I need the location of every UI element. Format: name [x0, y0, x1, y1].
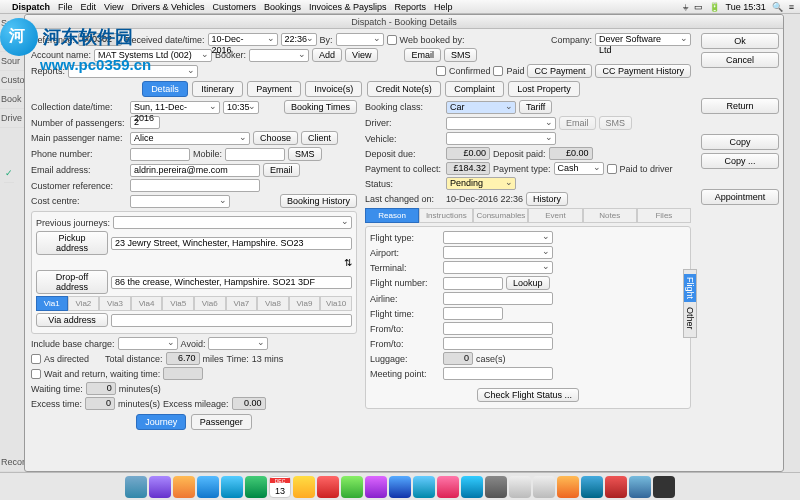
sidetab-other[interactable]: Other	[684, 304, 696, 333]
via-input[interactable]	[111, 314, 352, 327]
notification-icon[interactable]: ≡	[789, 2, 794, 12]
meeting-input[interactable]	[443, 367, 553, 380]
dropoff-button[interactable]: Drop-off address	[36, 270, 108, 294]
status-select[interactable]: Pending	[446, 177, 516, 190]
dock-music-icon[interactable]	[437, 476, 459, 498]
dock-maps-icon[interactable]	[341, 476, 363, 498]
email-input[interactable]: aldrin.pereira@me.com	[130, 164, 260, 177]
dock-terminal-icon[interactable]	[557, 476, 579, 498]
dock-generic2-icon[interactable]	[605, 476, 627, 498]
received-date[interactable]: 10-Dec-2016	[208, 33, 278, 46]
booking-class-select[interactable]: Car	[446, 101, 516, 114]
menu-file[interactable]: File	[58, 2, 73, 12]
as-directed-check[interactable]	[31, 354, 41, 364]
excess-time-value[interactable]: 0	[85, 397, 115, 410]
flight-type-select[interactable]	[443, 231, 553, 244]
mobile-input[interactable]	[225, 148, 285, 161]
view-button[interactable]: View	[345, 48, 378, 62]
tab-complaint[interactable]: Complaint	[445, 81, 504, 97]
wifi-icon[interactable]: ⏚	[683, 2, 688, 12]
subtab-event[interactable]: Event	[528, 208, 582, 223]
via2-tab[interactable]: Via2	[68, 296, 100, 311]
tab-payment[interactable]: Payment	[247, 81, 301, 97]
received-time[interactable]: 22:36	[281, 33, 317, 46]
dock-contacts-icon[interactable]	[245, 476, 267, 498]
paytype-select[interactable]: Cash	[554, 162, 604, 175]
custref-input[interactable]	[130, 179, 260, 192]
tab-lost[interactable]: Lost Property	[508, 81, 580, 97]
airplay-icon[interactable]: ▭	[694, 2, 703, 12]
excess-mile-value[interactable]: 0.00	[232, 397, 266, 410]
collection-date[interactable]: Sun, 11-Dec-2016	[130, 101, 220, 114]
swap-icon[interactable]: ⇅	[344, 257, 352, 268]
dock-notes-icon[interactable]	[293, 476, 315, 498]
copyx-button[interactable]: Copy ...	[701, 153, 779, 169]
phone-input[interactable]	[130, 148, 190, 161]
dock-siri-icon[interactable]	[149, 476, 171, 498]
via9-tab[interactable]: Via9	[289, 296, 321, 311]
subtab-files[interactable]: Files	[637, 208, 691, 223]
base-charge-select[interactable]	[118, 337, 178, 350]
collection-time[interactable]: 10:35	[223, 101, 259, 114]
check-flight-button[interactable]: Check Flight Status ...	[477, 388, 579, 402]
dock-generic3-icon[interactable]	[629, 476, 651, 498]
dock-photos-icon[interactable]	[365, 476, 387, 498]
subtab-reason[interactable]: Reason	[365, 208, 419, 223]
main-passenger-input[interactable]: Alice	[130, 132, 250, 145]
cancel-button[interactable]: Cancel	[701, 52, 779, 68]
subtab-consumables[interactable]: Consumables	[473, 208, 528, 223]
dock-mail-icon[interactable]	[221, 476, 243, 498]
pickup-input[interactable]: 23 Jewry Street, Winchester, Hampshire. …	[111, 237, 352, 250]
dock-reminders-icon[interactable]	[317, 476, 339, 498]
waiting-value[interactable]: 0	[86, 382, 116, 395]
menu-customers[interactable]: Customers	[212, 2, 256, 12]
luggage-value[interactable]: 0	[443, 352, 473, 365]
menu-bookings[interactable]: Bookings	[264, 2, 301, 12]
menu-invoices[interactable]: Invoices & Payslips	[309, 2, 387, 12]
ok-button[interactable]: Ok	[701, 33, 779, 49]
dock-calendar-icon[interactable]: DEC13	[269, 476, 291, 498]
return-button[interactable]: Return	[701, 98, 779, 114]
menu-view[interactable]: View	[104, 2, 123, 12]
via4-tab[interactable]: Via4	[131, 296, 163, 311]
booking-history-button[interactable]: Booking History	[280, 194, 357, 208]
dock-facetime-icon[interactable]	[413, 476, 435, 498]
paid-driver-check[interactable]	[607, 164, 617, 174]
paid-check[interactable]	[493, 66, 503, 76]
fromto2-input[interactable]	[443, 337, 553, 350]
airline-input[interactable]	[443, 292, 553, 305]
dropoff-input[interactable]: 86 the crease, Winchester, Hampshire. SO…	[111, 276, 352, 289]
passenger-tab[interactable]: Passenger	[191, 414, 252, 430]
vehicle-select[interactable]	[446, 132, 556, 145]
add-button[interactable]: Add	[312, 48, 342, 62]
tab-details[interactable]: Details	[142, 81, 188, 97]
account-select[interactable]: MAT Systems Ltd (002)	[94, 49, 212, 62]
dock-safari-icon[interactable]	[197, 476, 219, 498]
appointment-button[interactable]: Appointment	[701, 189, 779, 205]
web-booked-check[interactable]	[387, 35, 397, 45]
clock[interactable]: Tue 15:31	[726, 2, 766, 12]
menu-edit[interactable]: Edit	[81, 2, 97, 12]
spotlight-icon[interactable]: 🔍	[772, 2, 783, 12]
tab-credit[interactable]: Credit Note(s)	[367, 81, 441, 97]
via8-tab[interactable]: Via8	[257, 296, 289, 311]
lookup-button[interactable]: Lookup	[506, 276, 550, 290]
menu-drivers[interactable]: Drivers & Vehicles	[131, 2, 204, 12]
flight-time-input[interactable]	[443, 307, 503, 320]
app-name[interactable]: Dispatch	[12, 2, 50, 12]
via7-tab[interactable]: Via7	[226, 296, 258, 311]
via6-tab[interactable]: Via6	[194, 296, 226, 311]
dock-4d-icon[interactable]	[509, 476, 531, 498]
copy-button[interactable]: Copy	[701, 134, 779, 150]
cc-payment-button[interactable]: CC Payment	[527, 64, 592, 78]
dock-settings-icon[interactable]	[485, 476, 507, 498]
dock-generic1-icon[interactable]	[581, 476, 603, 498]
via1-tab[interactable]: Via1	[36, 296, 68, 311]
tariff-button[interactable]: Tariff	[519, 100, 552, 114]
wait-return-check[interactable]	[31, 369, 41, 379]
pax-sms-button[interactable]: SMS	[288, 147, 322, 161]
by-select[interactable]	[336, 33, 384, 46]
driver-select[interactable]	[446, 117, 556, 130]
via5-tab[interactable]: Via5	[162, 296, 194, 311]
via10-tab[interactable]: Via10	[320, 296, 352, 311]
